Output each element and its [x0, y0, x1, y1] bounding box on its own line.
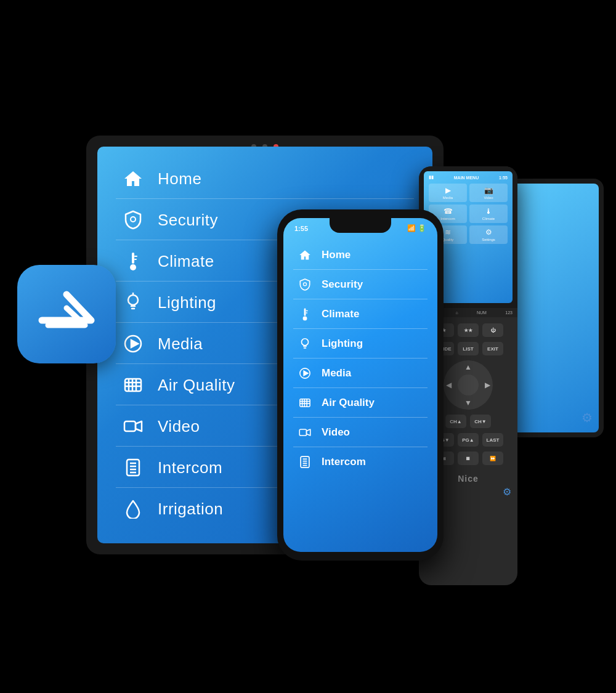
svg-point-24: [303, 316, 307, 320]
remote-btn-row-5: ⏯ ⏹ ⏩: [433, 452, 503, 465]
remote-dpad: ▲ ▼ ◀ ▶: [444, 360, 493, 410]
media-icon: [122, 333, 144, 355]
remote-btn-exit[interactable]: EXIT: [482, 342, 503, 355]
remote-btn-star2[interactable]: ★★: [458, 323, 479, 337]
svg-rect-4: [134, 259, 137, 260]
remote-icon-media[interactable]: ▶ Media: [429, 184, 467, 202]
remote-home-icon: ⌂: [455, 310, 458, 315]
svg-rect-15: [124, 421, 136, 431]
home-icon: [122, 168, 144, 190]
remote-dpad-center[interactable]: [458, 375, 479, 395]
remote-btn-row-1: ★ ★★ ⏻: [433, 323, 503, 337]
remote-quality-icon: ≋: [445, 228, 451, 237]
remote-btn-pg-up[interactable]: PG▲: [458, 433, 479, 447]
remote-dpad-right[interactable]: ▶: [485, 381, 490, 389]
remote-climate-icon: 🌡: [485, 207, 492, 216]
phone-menu-item-intercom[interactable]: Intercom: [293, 448, 428, 476]
tablet-menu-label-irrigation: Irrigation: [158, 500, 223, 519]
svg-point-2: [130, 264, 136, 270]
phone-menu-item-airquality[interactable]: Air Quality: [293, 389, 428, 418]
phone-menu-label-airquality: Air Quality: [322, 397, 375, 409]
phone-menu-label-lighting: Lighting: [322, 338, 363, 350]
app-icon: [17, 265, 116, 363]
remote-media-icon: ▶: [445, 186, 451, 195]
tablet-menu-label-lighting: Lighting: [158, 293, 216, 312]
phone-intercom-icon: [297, 454, 313, 470]
phone-climate-icon: [297, 306, 313, 322]
svg-rect-36: [299, 429, 306, 436]
security-icon: [122, 209, 144, 231]
phone-menu-label-home: Home: [322, 249, 351, 261]
phone-menu-item-video[interactable]: Video: [293, 418, 428, 447]
phone-video-icon: [297, 424, 313, 440]
remote-title: MAIN MENU: [454, 176, 479, 180]
right-tablet-gear-icon[interactable]: ⚙: [582, 410, 593, 425]
phone-menu-item-home[interactable]: Home: [293, 241, 428, 270]
tablet-menu-item-home[interactable]: Home: [116, 159, 414, 199]
remote-num: 123: [505, 310, 513, 315]
tablet-menu-label-video: Video: [158, 417, 200, 436]
remote-settings-icon: ⚙: [485, 228, 492, 237]
phone-airquality-icon: [297, 395, 313, 411]
remote-num-label: NUM: [477, 310, 487, 315]
remote-time: 1:55: [499, 176, 508, 180]
right-tablet: ⚙: [505, 179, 604, 437]
remote-intercom-icon: ☎: [444, 207, 453, 216]
video-icon: [122, 415, 144, 437]
remote-icon-video[interactable]: 📷 Video: [469, 184, 508, 202]
svg-marker-29: [304, 371, 308, 376]
phone-menu-item-security[interactable]: Security: [293, 270, 428, 299]
tablet-menu-label-home: Home: [158, 169, 201, 188]
remote-btn-last[interactable]: LAST: [482, 433, 503, 447]
phone-icons: 📶 🔋: [407, 224, 426, 232]
remote-btn-list[interactable]: LIST: [458, 342, 479, 355]
svg-marker-8: [131, 340, 138, 347]
remote-video-icon: 📷: [484, 186, 493, 195]
svg-point-27: [302, 339, 309, 346]
remote-video-label: Video: [484, 196, 493, 200]
remote-screen-header: ▮▮ MAIN MENU 1:55: [426, 174, 510, 181]
app-logo-icon: [36, 290, 97, 339]
phone-menu-label-climate: Climate: [322, 308, 359, 320]
remote-battery: ▮▮: [429, 175, 434, 180]
phone-lighting-icon: [297, 336, 313, 352]
remote-dpad-up[interactable]: ▲: [464, 363, 472, 371]
phone-menu-item-media[interactable]: Media: [293, 359, 428, 388]
airquality-icon: [122, 374, 144, 396]
phone-screen: 1:55 📶 🔋 Home Security: [283, 218, 437, 552]
remote-intercom-label: Intercom: [440, 217, 455, 221]
remote-btn-power[interactable]: ⏻: [482, 323, 503, 337]
tablet-menu-label-climate: Climate: [158, 252, 214, 271]
phone-notch: [330, 218, 391, 233]
climate-icon: [122, 250, 144, 272]
remote-climate-label: Climate: [482, 217, 495, 221]
phone-time: 1:55: [294, 225, 308, 232]
phone-menu-label-security: Security: [322, 278, 363, 291]
tablet-menu-label-intercom: Intercom: [158, 458, 222, 477]
lighting-icon: [122, 291, 144, 314]
svg-point-22: [303, 283, 306, 286]
remote-dpad-left[interactable]: ◀: [446, 381, 452, 389]
phone-media-icon: [297, 365, 313, 381]
irrigation-icon: [122, 498, 144, 520]
phone: 1:55 📶 🔋 Home Security: [277, 209, 444, 561]
phone-menu-label-video: Video: [322, 426, 350, 439]
svg-marker-37: [307, 429, 310, 436]
phone-menu-label-media: Media: [322, 367, 351, 379]
svg-rect-23: [304, 308, 306, 315]
remote-dpad-down[interactable]: ▼: [464, 399, 472, 407]
remote-settings-label: Settings: [482, 238, 495, 241]
remote-btn-ch-up[interactable]: CH▲: [445, 415, 466, 428]
remote-icon-settings[interactable]: ⚙ Settings: [469, 225, 508, 244]
remote-btn-ff[interactable]: ⏩: [482, 452, 503, 465]
phone-menu-item-climate[interactable]: Climate: [293, 300, 428, 329]
remote-btn-ch-down[interactable]: CH▼: [470, 415, 491, 428]
tablet-menu-label-media: Media: [158, 334, 203, 354]
phone-security-icon: [297, 277, 313, 293]
phone-menu-item-lighting[interactable]: Lighting: [293, 330, 428, 359]
remote-btn-stop[interactable]: ⏹: [458, 452, 479, 465]
remote-icon-climate[interactable]: 🌡 Climate: [469, 205, 508, 223]
scene: Home Security Climate: [0, 0, 616, 693]
right-tablet-screen: [510, 184, 599, 432]
remote-btn-row-4: PG▼ PG▲ LAST: [433, 433, 503, 447]
